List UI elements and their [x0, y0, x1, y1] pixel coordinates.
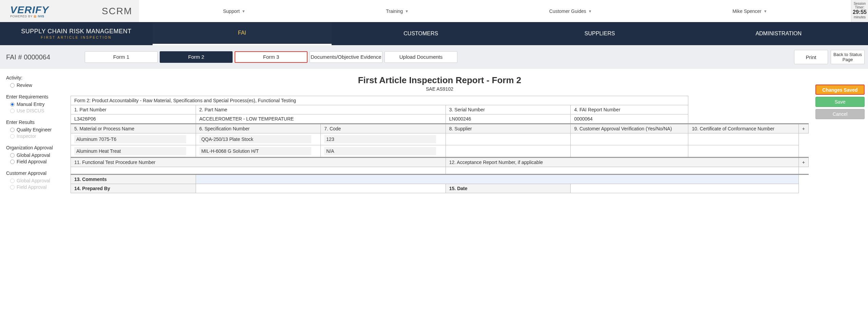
- activity-label: Activity:: [6, 75, 64, 80]
- top-nav: Support▼ Training▼ Customer Guides▼ Mike…: [139, 0, 851, 22]
- chevron-down-icon: ▼: [588, 9, 592, 13]
- tab-fai[interactable]: FAI: [153, 22, 332, 45]
- opt-use-discus: Use DISCUS: [10, 108, 64, 113]
- module-nav: SUPPLY CHAIN RISK MANAGEMENT FIRST ARTIC…: [0, 22, 868, 45]
- form-nav-buttons: Form 1 Form 2 Form 3 Documents/Objective…: [85, 51, 794, 63]
- nav-user[interactable]: Mike Spencer▼: [732, 8, 767, 14]
- form-nav-right: Print Back to Status Page: [794, 50, 865, 64]
- fai-id: FAI # 0000064: [3, 53, 85, 61]
- print-button[interactable]: Print: [794, 50, 828, 64]
- row2-spec[interactable]: MIL-H-6068 G Solution H/T: [199, 147, 311, 155]
- form-main: First Article Inspection Report - Form 2…: [71, 75, 809, 193]
- changes-saved-badge: Changes Saved: [815, 85, 865, 95]
- opt-cust-global-approval: Global Approval: [10, 178, 64, 183]
- radio-icon: [10, 109, 15, 113]
- row2-material[interactable]: Aluminum Heat Treat: [74, 147, 186, 155]
- row1-material[interactable]: Aluminum 7075-T6: [74, 135, 186, 143]
- radio-icon: [10, 128, 15, 132]
- add-row-button[interactable]: +: [798, 124, 808, 133]
- radio-icon: [10, 153, 15, 158]
- radio-icon: [10, 179, 15, 183]
- chevron-down-icon: ▼: [242, 9, 245, 13]
- val-part-number: L3426P06: [71, 114, 196, 124]
- hdr-part-name: 2. Part Name: [196, 105, 446, 114]
- form-section-header: Form 2: Product Accountability - Raw Mat…: [71, 96, 688, 105]
- brand-logo: VERIFY POWERED BY ▦ IVIS: [0, 0, 95, 22]
- row2-supplier[interactable]: [446, 145, 571, 158]
- opt-inspector: Inspector: [10, 133, 64, 139]
- opt-org-global-approval[interactable]: Global Approval: [10, 152, 64, 158]
- logo-text: VERIFY: [10, 4, 49, 16]
- hdr-acceptance-report: 12. Acceptance Report Number, if applica…: [446, 158, 798, 167]
- app-name: SCRM: [95, 0, 139, 22]
- logo-subtext: POWERED BY ▦ IVIS: [10, 15, 49, 18]
- row1-supplier[interactable]: [446, 133, 571, 145]
- form2-button[interactable]: Form 2: [160, 51, 233, 63]
- tab-customers[interactable]: CUSTOMERS: [332, 22, 511, 45]
- hdr-part-number: 1. Part Number: [71, 105, 196, 114]
- nav-support[interactable]: Support▼: [223, 8, 245, 14]
- form-nav: FAI # 0000064 Form 1 Form 2 Form 3 Docum…: [0, 45, 868, 69]
- radio-icon: [10, 134, 15, 139]
- val-part-name: ACCELEROMETER - LOW TEMPERATURE: [196, 114, 446, 124]
- opt-org-field-approval[interactable]: Field Approval: [10, 159, 64, 164]
- add-functional-row-button[interactable]: +: [798, 158, 808, 167]
- hdr-date: 15. Date: [446, 184, 571, 193]
- hdr-comments: 13. Comments: [71, 175, 196, 184]
- val-serial-number: LN000246: [446, 114, 571, 124]
- hdr-functional-test: 11. Functional Test Procedure Number: [71, 158, 446, 167]
- radio-icon: [10, 83, 15, 88]
- chevron-down-icon: ▼: [764, 9, 767, 13]
- opt-quality-engineer[interactable]: Quality Engineer: [10, 127, 64, 132]
- form-title: First Article Inspection Report - Form 2: [71, 75, 809, 86]
- org-approval-label: Organization Approval: [6, 145, 64, 150]
- action-panel: Changes Saved Save Cancel: [815, 85, 865, 119]
- chevron-down-icon: ▼: [405, 9, 409, 13]
- hdr-material: 5. Material or Process Name: [71, 124, 196, 133]
- val-functional-test[interactable]: [71, 167, 446, 175]
- module-tabs: FAI CUSTOMERS SUPPLIERS ADMINISTRATION: [153, 22, 868, 45]
- form1-button[interactable]: Form 1: [85, 51, 158, 63]
- tab-administration[interactable]: ADMINISTRATION: [689, 22, 868, 45]
- val-acceptance-report[interactable]: [446, 167, 798, 175]
- row1-coc[interactable]: [688, 133, 798, 145]
- val-date[interactable]: [571, 184, 798, 193]
- hdr-supplier: 8. Supplier: [446, 124, 571, 133]
- hdr-prepared-by: 14. Prepared By: [71, 184, 196, 193]
- customer-approval-label: Customer Approval: [6, 170, 64, 176]
- back-to-status-button[interactable]: Back to Status Page: [831, 50, 865, 64]
- tab-suppliers[interactable]: SUPPLIERS: [510, 22, 689, 45]
- hdr-coc-number: 10. Certificate of Conformance Number: [688, 124, 798, 133]
- hdr-spec-number: 6. Specification Number: [196, 124, 321, 133]
- hdr-code: 7. Code: [321, 124, 446, 133]
- top-bar: VERIFY POWERED BY ▦ IVIS SCRM Support▼ T…: [0, 0, 868, 22]
- form3-button[interactable]: Form 3: [235, 51, 308, 63]
- cancel-button[interactable]: Cancel: [815, 109, 865, 119]
- nav-guides[interactable]: Customer Guides▼: [549, 8, 592, 14]
- activity-sidebar: Activity: Review Enter Requirements Manu…: [6, 75, 64, 191]
- val-comments[interactable]: [196, 175, 798, 184]
- row1-code[interactable]: 123: [324, 135, 436, 143]
- nav-training[interactable]: Training▼: [386, 8, 409, 14]
- row2-code[interactable]: N/A: [324, 147, 436, 155]
- hdr-serial-number: 3. Serial Number: [446, 105, 571, 114]
- upload-documents-button[interactable]: Upload Documents: [384, 51, 457, 63]
- opt-cust-field-approval: Field Approval: [10, 184, 64, 190]
- row2-approval[interactable]: [571, 145, 688, 158]
- radio-icon: [10, 160, 15, 164]
- form2-table: Form 2: Product Accountability - Raw Mat…: [71, 96, 809, 193]
- opt-review[interactable]: Review: [10, 83, 64, 88]
- row1-spec[interactable]: QQA-250/13 Plate Stock: [199, 135, 311, 143]
- row1-approval[interactable]: [571, 133, 688, 145]
- opt-manual-entry[interactable]: Manual Entry: [10, 102, 64, 107]
- module-title: SUPPLY CHAIN RISK MANAGEMENT FIRST ARTIC…: [0, 28, 153, 39]
- row2-coc[interactable]: [688, 145, 798, 158]
- val-prepared-by[interactable]: [196, 184, 446, 193]
- radio-icon: [10, 185, 15, 189]
- enter-results-label: Enter Results: [6, 120, 64, 125]
- form-subtitle: SAE AS9102: [71, 86, 809, 92]
- val-fai-report-number: 0000064: [571, 114, 688, 124]
- documents-button[interactable]: Documents/Objective Evidence: [310, 51, 382, 63]
- radio-icon: [10, 102, 15, 107]
- save-button[interactable]: Save: [815, 97, 865, 107]
